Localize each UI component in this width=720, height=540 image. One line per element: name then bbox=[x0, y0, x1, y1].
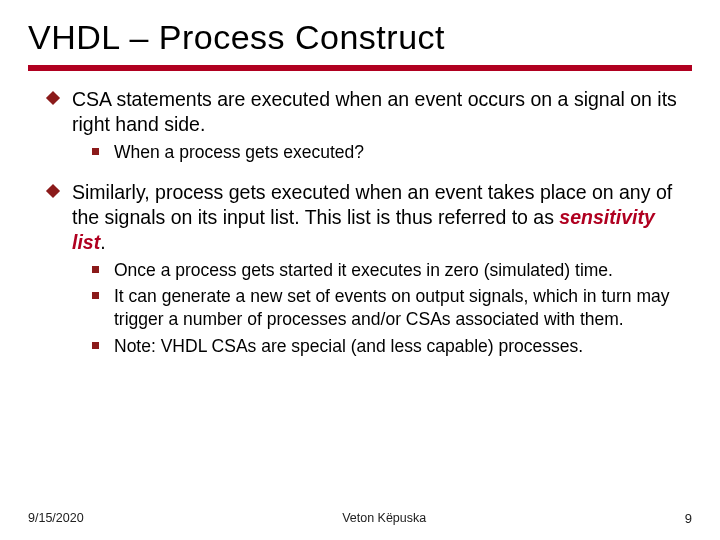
footer-date: 9/15/2020 bbox=[28, 511, 84, 526]
bullet-level2: When a process gets executed? bbox=[72, 141, 686, 164]
slide-title: VHDL – Process Construct bbox=[28, 18, 692, 57]
bullet-text: CSA statements are executed when an even… bbox=[72, 87, 686, 166]
diamond-bullet-icon bbox=[34, 180, 72, 360]
bullet1-main: CSA statements are executed when an even… bbox=[72, 88, 677, 135]
bullet2-sub2: It can generate a new set of events on o… bbox=[114, 285, 686, 331]
bullet-level1: Similarly, process gets executed when an… bbox=[34, 180, 686, 360]
bullet2-sub3: Note: VHDL CSAs are special (and less ca… bbox=[114, 335, 686, 358]
square-bullet-icon bbox=[76, 335, 114, 358]
footer-author: Veton Këpuska bbox=[342, 511, 426, 526]
diamond-bullet-icon bbox=[34, 87, 72, 166]
bullet-level1: CSA statements are executed when an even… bbox=[34, 87, 686, 166]
footer-page-number: 9 bbox=[685, 511, 692, 526]
bullet-level2: It can generate a new set of events on o… bbox=[72, 285, 686, 331]
bullet-level2: Note: VHDL CSAs are special (and less ca… bbox=[72, 335, 686, 358]
slide: VHDL – Process Construct CSA statements … bbox=[0, 0, 720, 540]
bullet-text: Similarly, process gets executed when an… bbox=[72, 180, 686, 360]
slide-content: CSA statements are executed when an even… bbox=[28, 87, 692, 360]
square-bullet-icon bbox=[76, 259, 114, 282]
bullet2-sub1: Once a process gets started it executes … bbox=[114, 259, 686, 282]
bullet-level2: Once a process gets started it executes … bbox=[72, 259, 686, 282]
square-bullet-icon bbox=[76, 285, 114, 331]
square-bullet-icon bbox=[76, 141, 114, 164]
bullet1-sub1: When a process gets executed? bbox=[114, 141, 686, 164]
title-underline bbox=[28, 65, 692, 71]
bullet2-suffix: . bbox=[100, 231, 105, 253]
slide-footer: 9/15/2020 Veton Këpuska 9 bbox=[28, 511, 692, 526]
